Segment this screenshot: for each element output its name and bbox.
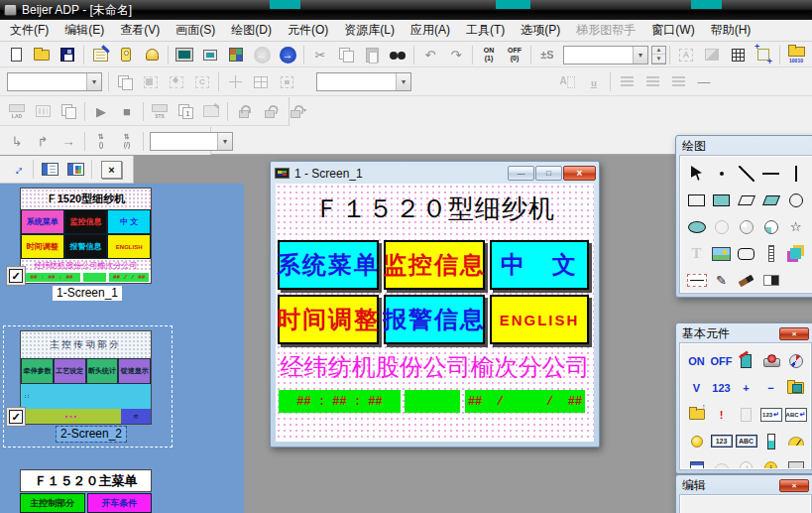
rounded-rectangle-tool[interactable] <box>735 241 758 266</box>
meter-tool[interactable] <box>784 429 808 453</box>
toggle-switch-tool[interactable] <box>735 348 758 373</box>
report-tool[interactable] <box>735 402 758 427</box>
close-toolbar-button[interactable]: × <box>101 161 122 179</box>
btn-system-menu[interactable]: 系统菜单 <box>278 240 379 290</box>
on-state-button[interactable]: ON(1) <box>477 44 501 65</box>
v-key-tool[interactable]: V <box>685 375 709 400</box>
text-tool[interactable]: T <box>685 241 709 266</box>
thumb-screen-button[interactable]: 锭速显示 <box>118 358 151 384</box>
tag-table-button[interactable] <box>114 44 138 65</box>
flow-combobox[interactable]: ▾ <box>150 132 233 151</box>
menu-view[interactable]: 查看(V) <box>112 19 168 42</box>
parallelogram-tool[interactable] <box>735 188 758 212</box>
solid-shape-tool[interactable] <box>784 241 808 266</box>
line-tool[interactable] <box>735 161 758 186</box>
decrement-tool[interactable]: − <box>759 375 783 400</box>
snap-toggle-button[interactable] <box>752 44 775 65</box>
tile-screens-button[interactable] <box>224 44 248 65</box>
filled-rectangle-tool[interactable] <box>710 188 734 212</box>
object-combobox[interactable]: ▾ <box>7 72 102 91</box>
alarm-display-tool[interactable]: ! <box>710 402 734 427</box>
open-file-button[interactable] <box>30 44 54 65</box>
screen2-checkbox[interactable]: ✓ <box>9 410 23 424</box>
previous-screen-tool[interactable] <box>685 402 709 427</box>
btn-time-adjust[interactable]: 时间调整 <box>278 295 379 344</box>
open-screen-button[interactable] <box>173 44 196 65</box>
btn-monitor-info[interactable]: 监控信息 <box>384 240 485 290</box>
menu-options[interactable]: 选项(P) <box>513 19 568 42</box>
thumb-screen-button[interactable]: 中 文 <box>107 209 151 234</box>
on-button-tool[interactable]: ON <box>685 348 709 373</box>
off-button-tool[interactable]: OFF <box>710 348 734 373</box>
menu-window[interactable]: 窗口(W) <box>643 19 702 42</box>
filled-ellipse-tool[interactable] <box>685 214 709 239</box>
scale-tool[interactable] <box>759 241 783 266</box>
screen-thumbnail-2[interactable]: 主控传动部分 牵伸参数工艺设定断头统计锭速显示 ∷ ▪ ▪ ▪ ≋ <box>20 330 152 425</box>
close-button[interactable]: × <box>563 166 596 181</box>
thumb-screen-button[interactable]: ENGLISH <box>107 234 151 259</box>
selector-knob-tool[interactable] <box>784 348 808 373</box>
thumb-screen-button[interactable]: 开车条件 <box>87 493 153 513</box>
element-toolbox-titlebar[interactable]: 基本元件 × <box>676 323 812 342</box>
transfer-button[interactable] <box>5 159 29 181</box>
push-button-tool[interactable] <box>759 348 783 373</box>
pointer-tool[interactable] <box>685 161 709 186</box>
color-replace-tool[interactable] <box>759 268 783 293</box>
vertical-line-tool[interactable] <box>784 161 808 186</box>
element-toolbox-close-icon[interactable]: × <box>779 327 809 340</box>
io-register-button[interactable]: 10010 <box>784 44 808 65</box>
rectangle-tool[interactable] <box>685 188 709 212</box>
draw-toolbox-titlebar[interactable]: 绘图 <box>676 136 812 155</box>
grid-toggle-button[interactable] <box>726 44 750 65</box>
btn-alarm-info[interactable]: 报警信息 <box>384 295 485 344</box>
alarm-setup-button[interactable] <box>140 44 164 65</box>
screen2-label[interactable]: 2-Screen_2 <box>57 427 126 442</box>
thumb-screen-button[interactable]: 主控制部分 <box>20 493 85 513</box>
minimize-button[interactable]: — <box>508 166 534 181</box>
menu-tools[interactable]: 工具(T) <box>458 19 513 42</box>
thumb-screen-button[interactable]: 时间调整 <box>21 234 64 259</box>
restore-button[interactable]: □ <box>535 166 562 181</box>
filled-pie-tool[interactable] <box>759 214 783 239</box>
blank-display[interactable] <box>405 390 460 413</box>
screen-manager-button[interactable] <box>38 159 61 181</box>
screen1-window-titlebar[interactable]: 1 - Screen_1 — □ × <box>271 162 599 183</box>
bar-graph-tool[interactable] <box>759 429 783 453</box>
clock-tool[interactable] <box>735 455 758 469</box>
pen-tool[interactable]: ✎ <box>710 268 734 293</box>
screen-overview-button[interactable] <box>198 44 222 65</box>
menu-draw[interactable]: 绘图(D) <box>223 19 280 42</box>
font-combobox[interactable]: ▾ <box>316 72 411 91</box>
menu-edit[interactable]: 编辑(E) <box>57 19 112 42</box>
btn-english[interactable]: ENGLISH <box>490 295 589 344</box>
menu-library[interactable]: 资源库(L) <box>336 19 403 42</box>
btn-chinese[interactable]: 中 文 <box>490 240 589 290</box>
screen-manager-detail-button[interactable] <box>63 159 87 181</box>
thumb-screen-button[interactable]: 工艺设定 <box>54 358 86 384</box>
ascii-entry-tool[interactable]: ABC <box>784 402 808 427</box>
arc-tool[interactable] <box>710 214 734 239</box>
ascii-display-tool[interactable]: ABC <box>735 429 758 453</box>
increment-tool[interactable]: + <box>735 375 758 400</box>
index-tool[interactable]: ← <box>784 455 808 469</box>
state-spinner[interactable]: ▲▼ <box>651 46 666 64</box>
menu-screen[interactable]: 画面(S) <box>168 19 223 42</box>
screen1-label[interactable]: 1-Screen_1 <box>53 286 122 301</box>
numeric-display-tool[interactable]: 123 <box>710 429 734 453</box>
horizontal-line-tool[interactable] <box>759 161 783 186</box>
edit-toolbox-titlebar[interactable]: 编辑 × <box>676 475 812 494</box>
edit-toolbox-close-icon[interactable]: × <box>779 479 809 492</box>
menu-object[interactable]: 元件(O) <box>280 19 336 42</box>
framed-line-tool[interactable] <box>685 268 709 293</box>
thumb-screen-button[interactable]: 断头统计 <box>86 358 119 384</box>
off-state-button[interactable]: OFF(0) <box>503 44 526 65</box>
state-combobox[interactable]: ▾ <box>563 46 648 64</box>
screen-thumbnail-3[interactable]: Ｆ１５２０主菜单 主控制部分开车条件 <box>20 469 152 513</box>
menu-help[interactable]: 帮助(H) <box>703 19 759 42</box>
find-button[interactable] <box>386 44 409 65</box>
date-display-tool[interactable]: 7 <box>685 455 709 469</box>
menu-application[interactable]: 应用(A) <box>403 19 458 42</box>
new-file-button[interactable] <box>4 44 28 65</box>
thumb-screen-button[interactable]: 报警信息 <box>64 234 108 259</box>
goto-screen-tool[interactable] <box>784 375 808 400</box>
